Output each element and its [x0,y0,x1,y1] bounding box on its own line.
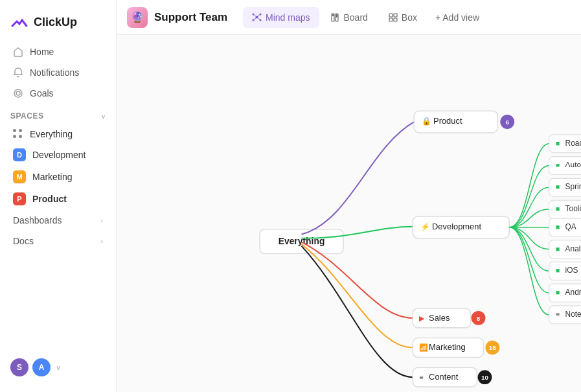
svg-text:⚡: ⚡ [420,222,430,231]
svg-text:18: 18 [489,344,497,351]
topbar: 🔮 Support Team Mind maps [117,0,581,35]
svg-text:8: 8 [477,315,481,322]
dashboards-chevron-icon: › [100,216,103,224]
sidebar: ClickUp Home Notifications Goals Spaces … [0,0,117,392]
sidebar-item-everything[interactable]: Everything [3,124,113,144]
bell-icon [13,67,23,78]
docs-label: Docs [13,236,34,246]
svg-rect-18 [394,18,397,21]
tab-board-label: Board [344,12,368,23]
tab-mindmaps[interactable]: Mind maps [243,7,319,28]
app-title: ClickUp [34,16,77,29]
svg-text:≡: ≡ [419,373,423,381]
svg-text:Roadmap: Roadmap [565,139,581,148]
spaces-chevron-icon[interactable]: ∨ [101,113,106,120]
svg-rect-13 [332,14,334,16]
avatar-chevron-icon: ∨ [56,363,61,372]
sidebar-item-marketing[interactable]: M Marketing [3,166,113,188]
svg-text:🔒: 🔒 [422,116,431,126]
sidebar-footer: S A ∨ [0,351,116,384]
svg-text:Development: Development [432,222,481,231]
sidebar-development-label: Development [32,150,86,160]
svg-line-8 [257,14,261,17]
svg-text:QA: QA [565,222,576,231]
svg-rect-14 [336,14,337,17]
sidebar-item-development[interactable]: D Development [3,144,113,166]
svg-text:■: ■ [556,245,560,253]
svg-text:■: ■ [556,183,560,190]
avatar-s[interactable]: S [10,358,28,376]
main-content: 🔮 Support Team Mind maps [117,0,581,392]
svg-text:Tooling: Tooling [565,204,581,213]
svg-text:Content: Content [429,372,459,382]
sidebar-item-docs[interactable]: Docs › [3,231,113,251]
home-icon [13,47,23,57]
svg-point-1 [16,91,20,95]
sidebar-notifications-label: Notifications [30,67,79,78]
tab-box-label: Box [402,12,417,23]
workspace-icon: 🔮 [127,7,148,28]
sidebar-item-dashboards[interactable]: Dashboards › [3,210,113,231]
svg-rect-17 [389,18,393,21]
svg-text:Analytics: Analytics [565,244,581,253]
svg-text:▶: ▶ [419,314,425,322]
svg-text:■: ■ [556,288,560,296]
svg-text:Notes: Notes [565,310,581,319]
box-icon [389,13,398,22]
svg-text:Sales: Sales [429,313,450,323]
product-icon: P [13,192,26,205]
tab-box[interactable]: Box [380,7,426,28]
board-icon [331,13,340,22]
svg-text:Marketing: Marketing [429,342,466,352]
svg-text:≡: ≡ [556,310,560,318]
logo: ClickUp [0,8,116,41]
add-view-label: + Add view [435,12,479,23]
sidebar-goals-label: Goals [30,88,54,98]
svg-text:■: ■ [556,161,560,169]
svg-text:■: ■ [556,139,560,147]
svg-line-10 [257,17,261,21]
mindmap-svg: Everything 🔒 Product 6 ⚡ Development [117,35,581,392]
sidebar-item-notifications[interactable]: Notifications [3,62,113,83]
add-view-button[interactable]: + Add view [429,8,486,27]
workspace-name: Support Team [154,11,227,24]
sidebar-home-label: Home [30,47,54,57]
svg-text:📶: 📶 [419,343,428,352]
svg-line-7 [253,14,257,17]
everything-dots-icon [13,129,23,139]
sidebar-marketing-label: Marketing [32,172,72,182]
sidebar-item-product[interactable]: P Product [3,188,113,210]
spaces-label: Spaces [10,111,43,121]
svg-text:10: 10 [481,374,489,381]
dashboards-label: Dashboards [13,215,62,225]
svg-text:■: ■ [556,266,560,274]
svg-text:Android: Android [565,288,581,297]
clickup-logo-icon [10,13,28,31]
svg-rect-16 [394,14,397,17]
spaces-section-header: Spaces ∨ [0,104,116,124]
mindmaps-icon [252,12,262,22]
mindmap-canvas: Everything 🔒 Product 6 ⚡ Development [117,35,581,392]
sidebar-everything-label: Everything [30,129,73,139]
svg-point-0 [14,89,22,97]
tab-mindmaps-label: Mind maps [266,12,310,23]
svg-text:iOS: iOS [565,266,578,275]
svg-text:■: ■ [556,205,560,213]
sidebar-product-label: Product [32,194,67,204]
svg-text:Sprints: Sprints [565,182,581,191]
sidebar-item-goals[interactable]: Goals [3,83,113,104]
tab-board[interactable]: Board [322,7,377,28]
svg-text:■: ■ [556,223,560,231]
sidebar-item-home[interactable]: Home [3,41,113,62]
svg-line-9 [253,17,257,21]
svg-text:6: 6 [505,119,509,126]
marketing-icon: M [13,170,26,183]
avatar-a[interactable]: A [32,358,51,376]
development-icon: D [13,148,26,161]
svg-text:Product: Product [433,116,462,126]
svg-rect-15 [389,14,393,17]
svg-text:Automation: Automation [565,161,581,170]
docs-chevron-icon: › [100,237,103,245]
goals-icon [13,88,23,98]
